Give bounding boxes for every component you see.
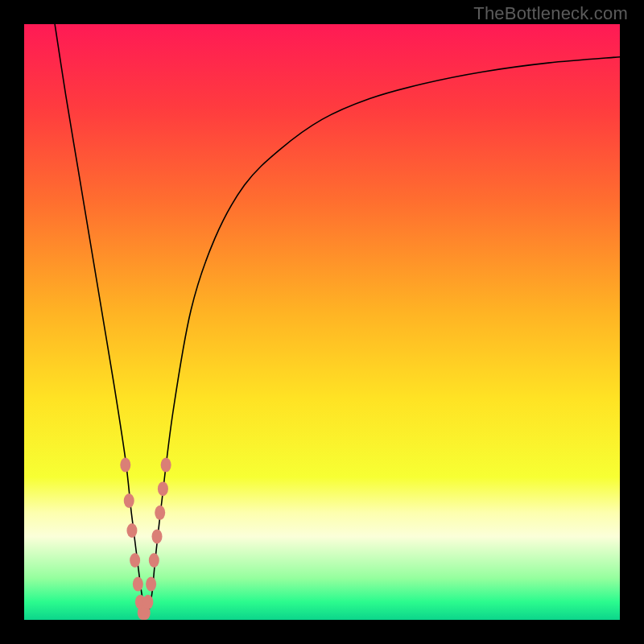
highlight-dot xyxy=(146,577,156,592)
highlight-dot xyxy=(152,529,163,543)
highlight-dot xyxy=(130,553,140,568)
watermark-text: TheBottleneck.com xyxy=(473,3,628,24)
highlight-dot xyxy=(120,458,130,473)
chart-stage: TheBottleneck.com xyxy=(0,0,644,644)
highlight-dot xyxy=(161,458,171,473)
bottleneck-curve xyxy=(54,19,620,615)
highlight-dot xyxy=(149,553,159,568)
highlight-dot xyxy=(133,577,143,592)
highlight-dot xyxy=(158,481,168,496)
highlight-dot xyxy=(155,506,165,520)
highlight-dot xyxy=(124,493,134,508)
highlight-dot xyxy=(126,523,137,538)
chart-overlay xyxy=(0,0,644,644)
highlight-dot xyxy=(142,595,153,609)
